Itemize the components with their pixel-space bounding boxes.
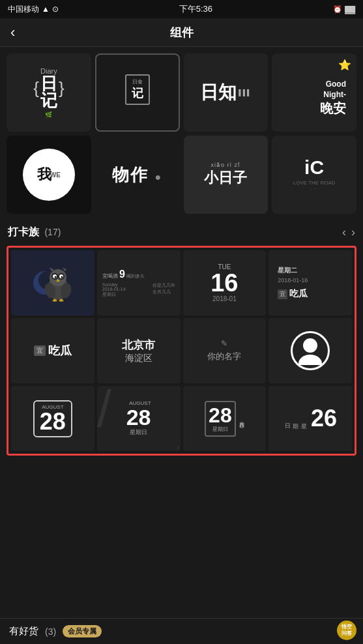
status-bar: 中国移动 ▲ ⊙ 下午5:36 ⏰ ▓▓ <box>0 0 363 18</box>
status-left: 中国移动 ▲ ⊙ <box>8 4 59 15</box>
daka-container: 宜喝酒 9 喝到多久 Sunday2018-01-14星期日 你是几几年生肖几几… <box>7 246 356 456</box>
svg-point-21 <box>303 338 317 353</box>
daka-grid: 宜喝酒 9 喝到多久 Sunday2018-01-14星期日 你是几几年生肖几几… <box>11 250 352 451</box>
bottom-count: (3) <box>45 626 56 637</box>
daka-yourname[interactable]: ✎ 你的名字 <box>183 318 267 383</box>
widget-goodnight[interactable]: ⭐ GoodNight- 晚安 <box>272 53 356 132</box>
battery-icon: ▓▓ <box>345 5 355 13</box>
svg-point-9 <box>61 276 63 278</box>
svg-marker-12 <box>63 267 66 271</box>
daka-weekday[interactable]: 星期二 2018-01-16 宜 吃瓜 <box>269 250 352 315</box>
status-time: 下午5:36 <box>179 3 212 15</box>
daka-date28slash[interactable]: / AUGUST 28 星期日 / <box>97 386 181 451</box>
back-button[interactable]: ‹ <box>10 24 15 41</box>
section-nav: ‹ › <box>342 226 355 239</box>
daka-chigua[interactable]: 宜 吃瓜 <box>11 318 94 383</box>
alarm-icon: ⏰ <box>333 5 342 14</box>
avatar-circle <box>291 331 330 370</box>
next-arrow[interactable]: › <box>351 226 355 239</box>
daka-week26[interactable]: 星期日 26 <box>269 386 352 451</box>
daka-tue[interactable]: TUE 16 2018-01 <box>183 250 267 315</box>
daka-date28box[interactable]: AUGUST 28 <box>11 386 94 451</box>
wode-circle: 我 WE <box>23 149 75 201</box>
daka-beijing[interactable]: 北京市 海淀区 <box>97 318 181 383</box>
widget-xiaorizhi[interactable]: xiǎo rì zǐ 小日子 <box>184 136 269 214</box>
main-content: { Diary 日记 } 🌿 日食 记 · · · <box>0 47 363 618</box>
svg-point-8 <box>54 276 56 278</box>
status-right: ⏰ ▓▓ <box>333 5 355 14</box>
daka-owl[interactable] <box>11 250 94 315</box>
widget-diary1[interactable]: { Diary 日记 } 🌿 <box>7 53 91 132</box>
prev-arrow[interactable]: ‹ <box>342 226 346 239</box>
person-icon <box>297 336 323 365</box>
bottom-section: 有好货 (3) 会员专属 <box>0 618 363 644</box>
carrier-text: 中国移动 <box>8 4 39 15</box>
widget-solar[interactable]: 日食 记 · · · <box>95 53 180 132</box>
widget-grid: { Diary 日记 } 🌿 日食 记 · · · <box>7 53 356 214</box>
daka-section-header: 打卡族 (17) ‹ › <box>7 226 356 239</box>
svg-point-22 <box>298 355 322 365</box>
widget-wuzuo[interactable]: 物作 ● <box>95 136 180 214</box>
daka-checkin[interactable]: 宜喝酒 9 喝到多久 Sunday2018-01-14星期日 你是几几年生肖几几 <box>97 250 181 315</box>
bottom-label: 有好货 <box>9 625 38 637</box>
signal-icon: ▲ <box>42 5 50 14</box>
daka-title: 打卡族 (17) <box>8 226 61 239</box>
daka-date28cn[interactable]: 28 星期日 六月廿四 <box>183 386 267 451</box>
member-badge[interactable]: 会员专属 <box>63 625 102 637</box>
watermark: 悟空问答 <box>337 621 356 640</box>
bottom-row: 有好货 (3) 会员专属 <box>9 625 354 637</box>
wifi-icon: ⊙ <box>52 5 59 14</box>
watermark-logo: 悟空问答 <box>337 621 356 640</box>
owl-icon <box>33 263 72 302</box>
widget-ic[interactable]: iC LOVE THE ROAD · · · <box>272 136 356 214</box>
widget-wode[interactable]: 我 WE <box>7 136 91 214</box>
header: ‹ 组件 <box>0 18 363 47</box>
widget-rizhiku[interactable]: 日知 ▌▌▌ <box>184 53 269 132</box>
page-title: 组件 <box>170 25 194 40</box>
daka-avatar[interactable] <box>269 318 352 383</box>
